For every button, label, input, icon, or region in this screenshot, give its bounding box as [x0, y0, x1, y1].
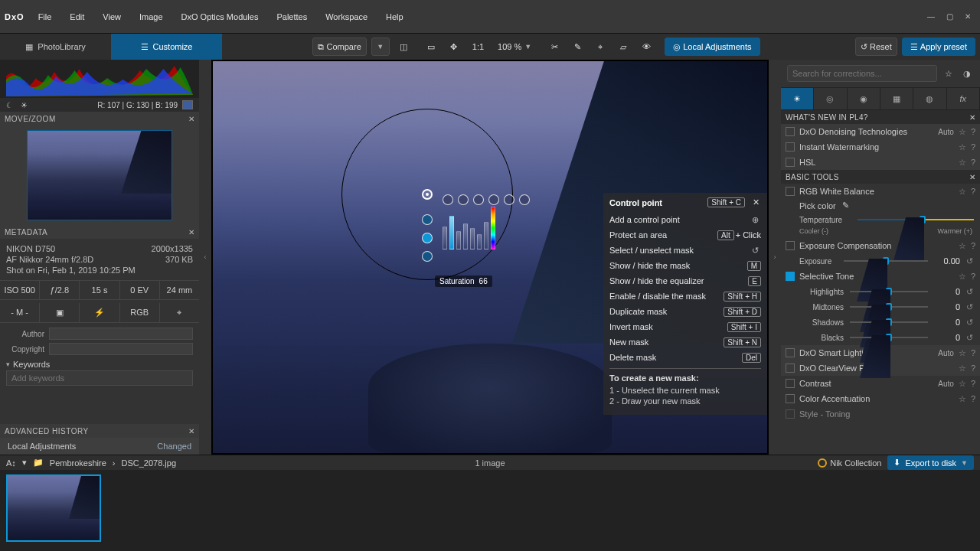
perspective-button[interactable]: ▱ — [614, 37, 632, 56]
highlight-clip-icon[interactable]: ☀ — [21, 101, 28, 109]
equalizer-bars[interactable] — [443, 207, 495, 249]
cp-light-icon[interactable] — [422, 214, 433, 225]
star-icon[interactable]: ☆ — [959, 379, 966, 389]
help-icon[interactable]: ? — [971, 348, 975, 357]
eq-tool[interactable] — [488, 194, 499, 205]
move-zoom-body[interactable] — [0, 126, 199, 225]
eq-tool[interactable] — [504, 194, 514, 205]
filmstrip[interactable] — [0, 470, 980, 551]
eq-tool[interactable] — [519, 194, 530, 205]
eq-tool[interactable] — [443, 194, 453, 205]
menu-view[interactable]: View — [95, 0, 129, 33]
checkbox[interactable] — [786, 127, 795, 136]
cp-detail-icon[interactable] — [422, 251, 433, 262]
context-item[interactable]: Show / hide the maskM — [609, 258, 761, 273]
crop-button[interactable]: ✂ — [545, 37, 564, 56]
tab-effects[interactable]: fx — [947, 88, 980, 109]
fit-button[interactable]: ▭ — [422, 37, 440, 56]
context-item[interactable]: Select / unselect mask↺ — [609, 243, 761, 258]
star-icon[interactable]: ☆ — [959, 348, 966, 358]
help-icon[interactable]: ? — [971, 158, 975, 167]
tab-light[interactable]: ☀ — [781, 88, 814, 109]
eq-tool[interactable] — [458, 194, 469, 205]
checkbox[interactable] — [786, 409, 795, 419]
star-icon[interactable]: ☆ — [959, 127, 966, 137]
local-adjustments-button[interactable]: ◎ Local Adjustments — [665, 37, 760, 56]
help-icon[interactable]: ? — [971, 142, 975, 152]
checkbox[interactable] — [786, 142, 795, 152]
context-item[interactable]: Show / hide the equalizerE — [609, 273, 761, 289]
menu-file[interactable]: File — [31, 0, 60, 33]
compare-dropdown[interactable]: ▼ — [371, 37, 390, 56]
navigator-thumbnail[interactable] — [27, 130, 172, 220]
checkbox[interactable] — [786, 158, 795, 167]
metadata-header[interactable]: METADATA ✕ — [0, 225, 199, 239]
keywords-header[interactable]: ▾ Keywords — [6, 357, 193, 370]
one-to-one-button[interactable]: 1:1 — [468, 37, 488, 56]
keywords-input[interactable] — [6, 370, 193, 386]
checkbox[interactable] — [786, 348, 795, 357]
checkbox[interactable] — [786, 187, 795, 196]
eyedropper-button[interactable]: ✎ — [568, 37, 586, 56]
menu-workspace[interactable]: Workspace — [318, 0, 375, 33]
advanced-history-header[interactable]: ADVANCED HISTORY ✕ — [0, 424, 199, 438]
menu-help[interactable]: Help — [378, 0, 411, 33]
context-item[interactable]: Add a control point⊕ — [609, 212, 761, 227]
context-item[interactable]: Protect an areaAlt + Click — [609, 227, 761, 243]
reset-icon[interactable]: ↺ — [966, 256, 974, 266]
close-button[interactable]: ✕ — [960, 11, 975, 23]
zoom-level[interactable]: 109 % ▼ — [493, 42, 536, 51]
eq-tool[interactable] — [473, 194, 484, 205]
history-item[interactable]: Local Adjustments Changed — [0, 438, 199, 455]
help-icon[interactable]: ? — [971, 364, 975, 373]
contrast-row[interactable]: Contrast Auto ☆ ? — [781, 376, 980, 391]
cp-color-icon[interactable] — [422, 233, 433, 243]
nik-collection-button[interactable]: Nik Collection — [818, 458, 881, 468]
reset-button[interactable]: ↺ Reset — [855, 37, 897, 56]
right-panel-toggle[interactable]: › — [769, 60, 781, 455]
close-icon[interactable]: ✕ — [969, 113, 975, 122]
checkbox[interactable] — [786, 364, 795, 373]
search-input[interactable] — [787, 65, 937, 82]
temperature-slider[interactable]: Temperature — [781, 212, 980, 227]
left-panel-toggle[interactable]: ‹ — [199, 60, 211, 455]
toggle-icon[interactable]: ◑ — [960, 69, 974, 79]
close-icon[interactable]: ✕ — [188, 115, 195, 123]
maximize-button[interactable]: ▢ — [942, 11, 957, 23]
star-icon[interactable]: ☆ — [959, 187, 966, 197]
help-icon[interactable]: ? — [971, 394, 975, 403]
redeye-button[interactable]: 👁 — [637, 37, 655, 56]
tab-photolibrary[interactable]: ▦ PhotoLibrary — [0, 34, 111, 60]
style-toning-row[interactable]: Style - Toning — [781, 406, 980, 422]
star-icon[interactable]: ☆ — [959, 394, 966, 404]
reset-icon[interactable]: ↺ — [966, 333, 974, 343]
checkbox[interactable] — [786, 394, 795, 403]
shadow-clip-icon[interactable]: ☾ — [6, 101, 13, 109]
checkbox[interactable] — [786, 272, 795, 281]
file-name[interactable]: DSC_2078.jpg — [122, 458, 177, 468]
hand-tool-button[interactable]: ✥ — [445, 37, 463, 56]
image-canvas[interactable]: Saturation 66 Control point Shift + C ✕ … — [213, 61, 767, 453]
exposure-comp-row[interactable]: Exposure Compensation ☆ ? — [781, 238, 980, 253]
context-item[interactable]: Invert maskShift + I — [609, 319, 761, 334]
help-icon[interactable]: ? — [971, 272, 975, 281]
checkbox[interactable] — [786, 379, 795, 388]
horizon-button[interactable]: ⌖ — [591, 37, 609, 56]
context-item[interactable]: Enable / disable the maskShift + H — [609, 289, 761, 304]
reset-icon[interactable]: ↺ — [966, 287, 974, 297]
white-balance-row[interactable]: RGB White Balance ☆ ? — [781, 184, 980, 199]
filter-icon[interactable]: ▾ — [22, 458, 27, 468]
exposure-slider[interactable]: Exposure 0.00 ↺ — [781, 253, 980, 269]
histogram[interactable] — [0, 60, 199, 98]
help-icon[interactable]: ? — [971, 379, 975, 388]
copyright-input[interactable] — [49, 343, 193, 355]
tab-color[interactable]: ◎ — [814, 88, 847, 109]
apply-preset-button[interactable]: ☰ Apply preset — [902, 37, 975, 56]
color-accentuation-row[interactable]: Color Accentuation ☆ ? — [781, 391, 980, 406]
close-icon[interactable]: ✕ — [188, 427, 195, 435]
menu-edit[interactable]: Edit — [62, 0, 92, 33]
split-view-button[interactable]: ◫ — [394, 37, 413, 56]
tab-geometry[interactable]: ▦ — [880, 88, 913, 109]
star-icon[interactable]: ☆ — [942, 69, 956, 79]
minimize-button[interactable]: — — [923, 11, 939, 23]
